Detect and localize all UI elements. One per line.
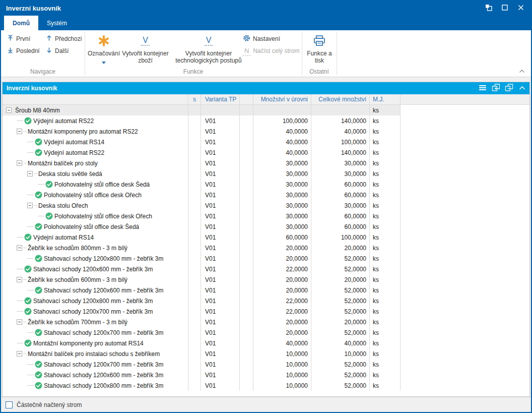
collapse-all-button[interactable] — [504, 84, 513, 92]
collapse-expander-icon[interactable] — [17, 160, 22, 166]
printer-icon — [313, 33, 326, 48]
tree-row[interactable]: Stahovací schody 1200x800 mm - žebřík 3m… — [3, 296, 529, 306]
cell-varianta-tp: V01 — [201, 253, 239, 264]
column-header-mnozstvi-v-urovni[interactable]: Množství v úrovni — [253, 94, 311, 104]
cell-s — [188, 264, 201, 274]
tree-row[interactable]: Stahovací schody 1200x600 mm - žebřík 3m… — [3, 264, 529, 274]
cell-name: Žebřík ke schodům 800mm - 3 m bílý — [3, 243, 188, 253]
panel-title: Inverzní kusovník — [7, 85, 57, 92]
tree-row[interactable]: Polohovatelný stůl office desk OřechV013… — [3, 190, 529, 200]
funkce-a-tisk-button[interactable]: Funkce a tisk — [304, 32, 335, 71]
tree-row[interactable]: Deska stolu světle šedáV0130,000030,0000… — [3, 168, 529, 179]
column-header-varianta-tp[interactable]: Varianta TP — [201, 94, 239, 104]
tree-row[interactable]: Výdejní automat RS14V0140,0000100,0000ks — [3, 137, 529, 147]
tab-domu[interactable]: Domů — [4, 16, 38, 30]
cell-celkove-mnozstvi: 52,0000 — [311, 264, 369, 274]
cell-name: Stahovací schody 1200x600 mm - žebřík 3m — [3, 285, 188, 296]
cell-name: Montážní balíček pro instalaci schodu s … — [3, 348, 188, 359]
expand-all-icon — [492, 84, 500, 93]
cell-blank — [239, 221, 253, 232]
cell-s — [188, 243, 201, 253]
tree-row[interactable]: Výdejní automat RS22V0140,0000140,0000ks — [3, 147, 529, 158]
column-header-blank[interactable] — [239, 94, 253, 104]
cell-blank — [239, 147, 253, 158]
tree-row[interactable]: Polohovatelný stůl office desk ŠedáV0130… — [3, 221, 529, 232]
tab-system[interactable]: Systém — [38, 16, 76, 30]
cell-s — [188, 126, 201, 137]
collapse-expander-icon[interactable] — [6, 107, 12, 113]
cell-s — [188, 147, 201, 158]
nastaveni-button[interactable]: Nastavení — [241, 33, 282, 44]
collapse-expander-icon[interactable] — [27, 203, 33, 208]
tree-row[interactable]: Žebřík ke schodům 800mm - 3 m bílýV0120,… — [3, 243, 529, 253]
letter-v-icon: V — [141, 33, 150, 48]
previous-button[interactable]: Předchozi — [44, 33, 84, 44]
create-goods-container-button[interactable]: V Vytvořit kontejner zboží — [122, 32, 169, 71]
ribbon-tab-strip: Domů Systém — [1, 16, 531, 30]
collapse-expander-icon[interactable] — [17, 277, 22, 282]
item-label: Stahovací schody 1200x800 mm - žebřík 3m — [44, 255, 163, 262]
tree-row[interactable]: Deska stolu OřechV0130,000030,0000ks — [3, 200, 529, 211]
collapse-expander-icon[interactable] — [17, 351, 22, 357]
collapse-expander-icon[interactable] — [17, 245, 22, 251]
tree-row[interactable]: Stahovací schody 1200x600 mm - žebřík 3m… — [3, 370, 529, 380]
tree-row[interactable]: Montážní balíček pro instalaci schodu s … — [3, 348, 529, 359]
column-header-s[interactable]: s — [188, 94, 201, 104]
cell-blank — [239, 274, 253, 285]
collapse-panel-button[interactable] — [517, 84, 526, 92]
cell-name: Výdejní automat RS22 — [3, 115, 188, 126]
cell-blank — [239, 105, 253, 115]
first-button[interactable]: První — [5, 33, 32, 44]
tree-list-body: Šroub M8 40mmksVýdejní automat RS22V0110… — [3, 105, 529, 391]
cell-varianta-tp: V01 — [201, 200, 239, 211]
cell-name: Žebřík ke schodům 700mm - 3 m bílý — [3, 317, 188, 327]
tree-row[interactable]: Montážni balíček pro stolyV0130,000030,0… — [3, 158, 529, 168]
column-header-celkove-mnozstvi[interactable]: Celkové množství — [311, 94, 369, 104]
cell-mnozstvi-v-urovni: 20,0000 — [253, 317, 311, 327]
next-button[interactable]: Další — [44, 45, 71, 56]
tree-row[interactable]: Stahovací schody 1200x800 mm - žebřík 3m… — [3, 253, 529, 264]
cell-varianta-tp: V01 — [201, 370, 239, 380]
column-header-mj[interactable]: M.J. — [369, 94, 401, 104]
collapse-expander-icon[interactable] — [17, 129, 22, 134]
tree-row[interactable]: Stahovací schody 1200x700 mm - žebřík 3m… — [3, 327, 529, 338]
tree-row[interactable]: Žebřík ke schodům 600mm - 3 m bílýV0120,… — [3, 274, 529, 285]
float-window-button[interactable] — [482, 3, 496, 15]
item-label: Stahovací schody 1200x700 mm - žebřík 3m — [44, 361, 163, 368]
cell-mnozstvi-v-urovni: 20,0000 — [253, 243, 311, 253]
collapse-expander-icon[interactable] — [27, 171, 33, 176]
oznacovani-button[interactable]: Označování — [87, 32, 121, 71]
panel-menu-button[interactable] — [478, 84, 487, 92]
cell-mnozstvi-v-urovni: 40,0000 — [253, 338, 311, 348]
cell-mj: ks — [369, 232, 401, 243]
tree-row[interactable]: Polohovatelný stůl office desk OřechV013… — [3, 211, 529, 221]
cell-mj: ks — [369, 221, 401, 232]
tree-row[interactable]: Výdejní automat RS22V01100,0000140,0000k… — [3, 115, 529, 126]
maximize-button[interactable] — [498, 3, 512, 15]
expand-all-button[interactable] — [491, 84, 500, 92]
cell-s — [188, 338, 201, 348]
nacist-cely-strom-button[interactable]: N Načíst celý strom — [241, 45, 301, 56]
collapse-expander-icon[interactable] — [17, 319, 22, 325]
tree-row[interactable]: Polohovatelný stůl office desk ŠedáV0130… — [3, 179, 529, 190]
previous-icon — [46, 35, 52, 43]
column-header-name[interactable] — [3, 94, 188, 104]
last-button[interactable]: Poslední — [5, 45, 42, 56]
tree-row[interactable]: Montážní komponenty pro automat RS14V014… — [3, 338, 529, 348]
tree-row[interactable]: Montážní komponenty pro automat RS22V014… — [3, 126, 529, 137]
tree-row[interactable]: Stahovací schody 1200x800 mm - žebřík 3m… — [3, 380, 529, 391]
tree-row[interactable]: Žebřík ke schodům 700mm - 3 m bílýV0120,… — [3, 317, 529, 327]
partially-loaded-tree-checkbox[interactable] — [6, 401, 13, 408]
create-tech-container-button[interactable]: V Vytvořit kontejner technologických pos… — [170, 32, 247, 71]
cell-celkove-mnozstvi: 30,0000 — [311, 168, 369, 179]
tree-row[interactable]: Stahovací schody 1200x700 mm - žebřík 3m… — [3, 306, 529, 317]
green-check-icon — [24, 117, 32, 125]
cell-blank — [239, 348, 253, 359]
collapse-ribbon-button[interactable] — [518, 68, 526, 75]
tree-row[interactable]: Výdejní automat RS14V0160,0000100,0000ks — [3, 232, 529, 243]
item-label: Stahovací schody 1200x600 mm - žebřík 3m — [44, 372, 163, 379]
tree-row[interactable]: Stahovací schody 1200x600 mm - žebřík 3m… — [3, 285, 529, 296]
tree-row[interactable]: Šroub M8 40mmks — [3, 105, 529, 115]
close-button[interactable] — [514, 3, 528, 15]
tree-row[interactable]: Stahovací schody 1200x700 mm - žebřík 3m… — [3, 359, 529, 370]
